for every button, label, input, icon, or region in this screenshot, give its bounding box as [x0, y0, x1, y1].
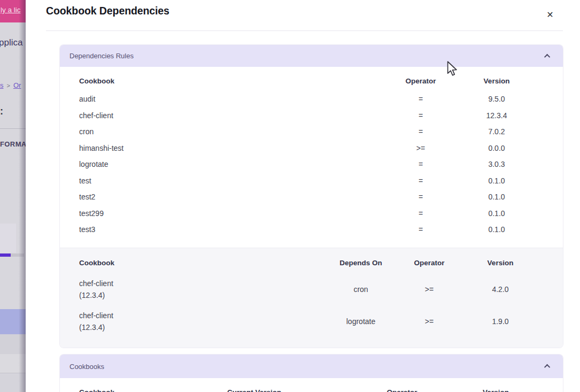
rules-table-header-row: Cookbook Operator Version [60, 67, 563, 91]
operator-cell: = [386, 176, 455, 185]
cookbook-dependencies-modal: Cookbook Dependencies ✕ Dependencies Rul… [26, 0, 580, 392]
column-header-cookbook: Cookbook [60, 259, 327, 267]
cookbooks-table-header-row: Cookbook Current Version Operator Versio… [60, 378, 563, 392]
column-header-operator: Operator [386, 77, 455, 85]
modal-title: Cookbook Dependencies [46, 5, 169, 17]
progress-bar-fill [0, 253, 11, 257]
cookbook-cell: test3 [60, 225, 386, 234]
version-cell: 0.1.0 [455, 225, 538, 234]
cookbook-name: chef-client [79, 278, 327, 289]
table-row: test2 = 0.1.0 [60, 189, 563, 205]
version-cell: 1.9.0 [463, 317, 537, 326]
version-cell: 0.1.0 [455, 176, 538, 185]
cookbook-cell: himanshi-test [60, 144, 386, 152]
operator-cell: >= [395, 317, 463, 326]
breadcrumb-link[interactable]: s [0, 81, 4, 89]
chevron-up-icon[interactable] [544, 53, 550, 59]
table-row: cron = 7.0.2 [60, 124, 563, 140]
table-row: chef-client (12.3.4) logrotate >= 1.9.0 [60, 305, 563, 337]
cookbook-cell: chef-client (12.3.4) [60, 310, 327, 333]
table-row: chef-client = 12.3.4 [60, 107, 563, 124]
breadcrumb-separator: > [7, 82, 10, 89]
column-header-current-version: Current Version [208, 388, 375, 392]
operator-cell: = [386, 209, 455, 218]
divider [46, 30, 563, 31]
table-row: himanshi-test >= 0.0.0 [60, 140, 563, 157]
column-header-version: Version [455, 77, 538, 85]
table-row: test3 = 0.1.0 [60, 221, 563, 238]
table-row: test299 = 0.1.0 [60, 205, 563, 222]
column-header-depends-on: Depends On [327, 259, 395, 267]
close-icon[interactable]: ✕ [544, 9, 556, 21]
table-row: audit = 9.5.0 [60, 91, 563, 107]
operator-cell: >= [395, 285, 463, 294]
cookbooks-panel: Cookbooks Cookbook Current Version Opera… [60, 355, 563, 392]
background-card [0, 224, 16, 253]
license-banner-link[interactable]: ly a lic [1, 6, 21, 14]
chevron-up-icon[interactable] [544, 364, 550, 370]
operator-cell: >= [386, 144, 455, 152]
table-row: test = 0.1.0 [60, 173, 563, 189]
operator-cell: = [386, 127, 455, 136]
breadcrumb: s>Or [0, 81, 21, 89]
operator-cell: = [386, 225, 455, 234]
depends-on-cell: logrotate [327, 317, 395, 326]
version-cell: 3.0.3 [455, 160, 538, 168]
operator-cell: = [386, 95, 455, 103]
table-row: chef-client (12.3.4) cron >= 4.2.0 [60, 273, 563, 305]
cookbook-cell: cron [60, 127, 386, 136]
section-title: Cookbooks [69, 363, 104, 371]
version-cell: 0.1.0 [455, 193, 538, 201]
operator-cell: = [386, 160, 455, 168]
cookbook-cell: test2 [60, 193, 386, 201]
column-header-version: Version [429, 388, 563, 392]
heading-colon-fragment: : [0, 106, 3, 117]
dependencies-rules-header[interactable]: Dependencies Rules [60, 45, 563, 67]
rules-table: Cookbook Operator Version audit = 9.5.0 … [60, 67, 563, 248]
modal-edge-shadow [19, 0, 26, 392]
column-header-operator: Operator [375, 388, 429, 392]
version-cell: 4.2.0 [463, 285, 537, 294]
version-cell: 0.0.0 [455, 144, 538, 152]
cookbook-name: chef-client [79, 310, 327, 321]
version-cell: 7.0.2 [455, 127, 538, 136]
version-cell: 9.5.0 [455, 95, 538, 103]
version-cell: 12.3.4 [455, 111, 538, 120]
column-header-cookbook: Cookbook [60, 77, 386, 85]
table-row: logrotate = 3.0.3 [60, 156, 563, 173]
dependencies-rules-panel: Dependencies Rules Cookbook Operator Ver… [60, 45, 563, 348]
cookbooks-header[interactable]: Cookbooks [60, 355, 563, 378]
background-page-strip: ly a lic pplica s>Or : FORMA [0, 0, 26, 392]
depends-table-header-row: Cookbook Depends On Operator Version [60, 248, 563, 273]
cookbook-cell: test299 [60, 209, 386, 218]
column-header-operator: Operator [395, 259, 463, 267]
operator-cell: = [386, 111, 455, 120]
cookbook-cell: logrotate [60, 160, 386, 168]
section-title: Dependencies Rules [69, 52, 134, 60]
cookbook-version: (12.3.4) [79, 321, 327, 333]
version-cell: 0.1.0 [455, 209, 538, 218]
column-header-cookbook: Cookbook [60, 388, 208, 392]
depends-on-table: Cookbook Depends On Operator Version che… [60, 248, 563, 348]
cookbook-cell: audit [60, 95, 386, 103]
cookbook-cell: chef-client [60, 111, 386, 120]
operator-cell: = [386, 193, 455, 201]
cookbook-version: (12.3.4) [79, 289, 327, 301]
column-header-version: Version [463, 259, 537, 267]
cookbook-cell: chef-client (12.3.4) [60, 278, 327, 301]
depends-on-cell: cron [327, 285, 395, 294]
cookbook-cell: test [60, 176, 386, 185]
